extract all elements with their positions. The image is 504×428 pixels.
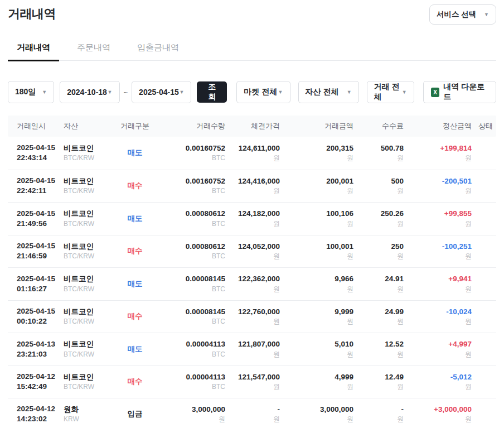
cell-text: 원 — [353, 187, 404, 196]
cell-text: 원 — [404, 154, 472, 163]
cell-text: 200,001 — [280, 176, 353, 186]
cell-text: 250 — [353, 242, 404, 252]
trade-type-filter-select[interactable]: 거래 전체 ▼ — [367, 81, 414, 103]
tab-deposit-withdrawal-history[interactable]: 입출금내역 — [128, 37, 188, 60]
cell-text: 12.49 — [353, 372, 404, 382]
chevron-down-icon: ▼ — [278, 90, 283, 95]
tab-bar: 거래내역 주문내역 입출금내역 — [8, 37, 496, 61]
cell-text: 2025-04-15 — [17, 176, 64, 186]
date-range-separator: ~ — [124, 88, 128, 97]
cell-text: +99,855 — [404, 209, 472, 219]
cell-text: 124,182,000 — [225, 209, 280, 219]
table-cell: 124,052,000원 — [225, 242, 280, 261]
cell-text: BTC — [157, 318, 225, 326]
table-cell: 3,000,000원 — [157, 405, 225, 424]
table-cell: 0.00004113BTC — [157, 372, 225, 392]
chevron-down-icon: ▼ — [402, 90, 407, 95]
column-header: 수수료 — [353, 121, 404, 131]
table-row: 2025-04-1521:46:59비트코인BTC/KRW매수0.0008061… — [8, 235, 496, 268]
cell-text: +9,941 — [404, 274, 472, 284]
cell-text: 21:46:59 — [17, 251, 64, 261]
table-cell: 0.00008145BTC — [157, 307, 225, 326]
date-from-select[interactable]: 2024-10-18 ▼ — [60, 81, 119, 103]
table-cell: 250.26원 — [353, 209, 404, 228]
table-cell: 4,999원 — [280, 372, 353, 392]
cell-text: BTC — [157, 285, 225, 294]
trade-type-label: 매도 — [113, 279, 157, 289]
table-cell: 2025-04-1215:42:49 — [8, 372, 64, 392]
asset-filter-select[interactable]: 자산 전체 ▼ — [298, 81, 359, 103]
cell-text: BTC/KRW — [64, 383, 113, 392]
cell-text: 원 — [353, 154, 404, 163]
cell-text: 비트코인 — [64, 242, 113, 252]
cell-text: BTC — [157, 187, 225, 196]
cell-text: +199,814 — [404, 143, 472, 153]
date-to-value: 2025-04-15 — [139, 88, 179, 97]
cell-text: 원 — [280, 154, 353, 163]
table-row: 2025-04-1323:21:03비트코인BTC/KRW매도0.0000411… — [8, 333, 496, 366]
cell-text: 124,611,000 — [225, 143, 280, 153]
cell-text: 원 — [225, 415, 280, 424]
table-cell: 250원 — [353, 242, 404, 261]
cell-text: BTC — [157, 252, 225, 261]
cell-text: 22:42:11 — [17, 186, 64, 196]
chevron-down-icon: ▼ — [42, 90, 47, 95]
table-cell: 비트코인BTC/KRW — [64, 143, 113, 163]
table-cell: 매수 — [113, 181, 157, 191]
cell-text: 원 — [280, 285, 353, 294]
table-cell: 124,416,000원 — [225, 176, 280, 196]
column-header: 거래금액 — [280, 121, 353, 131]
table-cell: 2025-04-1522:43:14 — [8, 143, 64, 163]
table-cell: 0.00004113BTC — [157, 339, 225, 359]
cell-text: 비트코인 — [64, 176, 113, 186]
cell-text: 비트코인 — [64, 307, 113, 317]
cell-text: 원 — [280, 383, 353, 392]
cell-text: 500 — [353, 176, 404, 186]
date-to-select[interactable]: 2025-04-15 ▼ — [132, 81, 191, 103]
cell-text: BTC/KRW — [64, 285, 113, 294]
search-button[interactable]: 조회 — [197, 81, 227, 103]
cell-text: -10,024 — [404, 307, 472, 317]
period-select[interactable]: 180일 ▼ — [8, 81, 54, 103]
table-cell: +99,855원 — [404, 209, 472, 228]
cell-text: -5,012 — [404, 372, 472, 382]
market-filter-select[interactable]: 마켓 전체 ▼ — [236, 81, 290, 103]
service-select-dropdown[interactable]: 서비스 선택 ▼ — [429, 4, 496, 25]
cell-text: 0.00004113 — [157, 372, 225, 382]
table-cell: 122,362,000원 — [225, 274, 280, 294]
table-cell: 매도 — [113, 214, 157, 224]
table-cell: 0.00160752BTC — [157, 143, 225, 163]
table-cell: 비트코인BTC/KRW — [64, 307, 113, 326]
cell-text: KRW — [64, 415, 113, 424]
table-cell: 매도 — [113, 279, 157, 289]
table-cell: -원 — [353, 405, 404, 424]
history-download-button[interactable]: X 내역 다운로드 — [423, 81, 496, 103]
cell-text: 2025-04-15 — [17, 274, 64, 284]
table-cell: 2025-04-1500:10:22 — [8, 306, 64, 326]
trade-type-label: 매수 — [113, 377, 157, 387]
table-cell: -200,501원 — [404, 176, 472, 196]
cell-text: 원 — [225, 350, 280, 359]
cell-text: 원 — [404, 350, 472, 359]
tab-order-history[interactable]: 주문내역 — [68, 37, 119, 60]
table-cell: 비트코인BTC/KRW — [64, 176, 113, 196]
cell-text: BTC/KRW — [64, 187, 113, 196]
table-cell: 2025-04-1522:42:11 — [8, 176, 64, 196]
cell-text: 원 — [353, 252, 404, 261]
cell-text: 원 — [353, 415, 404, 424]
table-cell: 3,000,000원 — [280, 405, 353, 424]
trade-type-label: 매도 — [113, 344, 157, 354]
cell-text: 원 — [280, 252, 353, 261]
table-cell: 24.99원 — [353, 307, 404, 326]
column-header: 거래구분 — [113, 121, 157, 131]
table-row: 2025-04-1500:10:22비트코인BTC/KRW매수0.0000814… — [8, 300, 496, 333]
tab-trade-history[interactable]: 거래내역 — [8, 37, 59, 60]
cell-text: 원 — [280, 318, 353, 326]
table-row: 2025-04-1214:23:02원화KRW입금3,000,000원-원3,0… — [8, 398, 496, 428]
trade-type-label: 매수 — [113, 311, 157, 321]
transaction-table: 거래일시자산거래구분거래수량체결가격거래금액수수료정산금액상태 2025-04-… — [8, 116, 496, 428]
table-cell: 122,760,000원 — [225, 307, 280, 326]
table-cell: -100,251원 — [404, 242, 472, 261]
cell-text: BTC — [157, 220, 225, 229]
cell-text: 비트코인 — [64, 274, 113, 284]
